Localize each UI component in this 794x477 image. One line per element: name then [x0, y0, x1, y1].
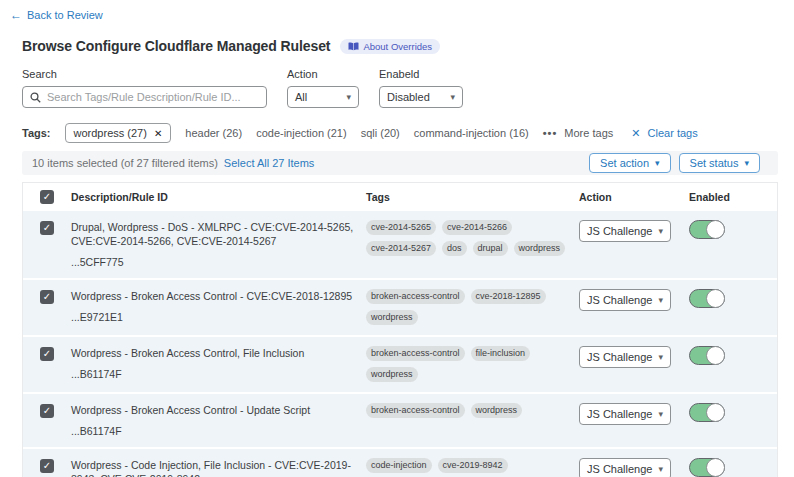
action-filter-select[interactable]: All ▾ [287, 86, 359, 108]
toggle-knob [706, 346, 725, 365]
checkbox-cell: ✓ [23, 458, 71, 477]
rule-tag-pill: wordpress [514, 241, 566, 256]
enabled-filter: Enabeld Disabled ▾ [379, 68, 463, 108]
rule-tag-pill: cve-2014-5265 [366, 220, 436, 235]
enabled-cell [689, 403, 779, 437]
chevron-down-icon: ▾ [744, 159, 749, 168]
rule-id: ...5CFF775 [71, 256, 361, 268]
select-all-link[interactable]: Select All 27 Items [224, 157, 315, 169]
action-select[interactable]: JS Challenge▾ [579, 346, 671, 368]
enabled-cell [689, 289, 779, 325]
description-cell: Wordpress - Broken Access Control, File … [71, 346, 366, 382]
rule-tag-pill: broken-access-control [366, 289, 465, 304]
rule-tag-pill: cve-2019-8942 [438, 458, 508, 473]
rule-description: Drupal, Wordpress - DoS - XMLRPC - CVE:C… [71, 220, 361, 248]
action-value: JS Challenge [587, 351, 652, 363]
action-select[interactable]: JS Challenge▾ [579, 403, 671, 425]
selection-summary: 10 items selected (of 27 filtered items) [32, 157, 218, 169]
rule-id: ...B61174F [71, 368, 361, 380]
search-input[interactable] [47, 91, 259, 103]
search-label: Search [22, 68, 267, 80]
rules-table: ✓ Description/Rule ID Tags Action Enable… [22, 182, 778, 477]
enabled-toggle[interactable] [689, 403, 725, 422]
rule-tag-pill: wordpress [366, 367, 418, 382]
chevron-down-icon: ▾ [658, 353, 663, 362]
title-row: Browse Configure Cloudflare Managed Rule… [22, 38, 794, 54]
table-row: ✓Wordpress - Broken Access Control, File… [23, 337, 777, 392]
tags-bar: Tags: wordpress (27) ✕ header (26)code-i… [22, 123, 794, 143]
rule-tag-pill: wordpress [366, 310, 418, 325]
more-tags-label: More tags [564, 127, 613, 139]
search-filter: Search [22, 68, 267, 108]
checkbox-cell: ✓ [23, 289, 71, 325]
row-checkbox[interactable]: ✓ [40, 290, 54, 304]
clear-tags-button[interactable]: ✕ Clear tags [631, 127, 697, 140]
table-row: ✓Wordpress - Code Injection, File Inclus… [23, 449, 777, 477]
rule-tag-pill: cve-2014-5267 [366, 241, 436, 256]
action-cell: JS Challenge▾ [579, 458, 689, 477]
action-label: Action [287, 68, 359, 80]
back-link-label: Back to Review [27, 9, 103, 21]
tag-filter[interactable]: code-injection (21) [256, 127, 347, 139]
table-row: ✓Drupal, Wordpress - DoS - XMLRPC - CVE:… [23, 211, 777, 278]
rule-tag-pill: cve-2014-5266 [442, 220, 512, 235]
rule-tag-pill: code-injection [366, 458, 432, 473]
toggle-knob [706, 458, 725, 477]
selected-tag-chip[interactable]: wordpress (27) ✕ [65, 123, 172, 143]
action-cell: JS Challenge▾ [579, 289, 689, 325]
selection-bar: 10 items selected (of 27 filtered items)… [22, 151, 778, 175]
tag-filter[interactable]: sqli (20) [361, 127, 400, 139]
action-select[interactable]: JS Challenge▾ [579, 289, 671, 311]
rule-description: Wordpress - Broken Access Control - Upda… [71, 403, 361, 417]
set-status-label: Set status [690, 157, 739, 169]
rule-description: Wordpress - Broken Access Control, File … [71, 346, 361, 360]
tag-filter[interactable]: header (26) [185, 127, 242, 139]
remove-tag-icon[interactable]: ✕ [154, 128, 162, 139]
checkbox-cell: ✓ [23, 220, 71, 268]
description-cell: Wordpress - Broken Access Control - Upda… [71, 403, 366, 437]
tags-cell: broken-access-controlfile-inclusionwordp… [366, 346, 579, 382]
description-cell: Wordpress - Broken Access Control - CVE:… [71, 289, 366, 325]
enabled-filter-select[interactable]: Disabled ▾ [379, 86, 463, 108]
action-select[interactable]: JS Challenge▾ [579, 458, 671, 477]
rule-tag-pill: broken-access-control [366, 346, 465, 361]
more-tags-button[interactable]: ••• More tags [543, 127, 614, 139]
rule-tag-pill: wordpress [471, 403, 523, 418]
row-checkbox[interactable]: ✓ [40, 221, 54, 235]
enabled-toggle[interactable] [689, 289, 725, 308]
row-checkbox[interactable]: ✓ [40, 347, 54, 361]
rule-tag-pill: dos [442, 241, 467, 256]
enabled-toggle[interactable] [689, 220, 725, 239]
column-header-tags: Tags [366, 191, 579, 203]
chevron-down-icon: ▾ [658, 227, 663, 236]
action-filter: Action All ▾ [287, 68, 359, 108]
chevron-down-icon: ▾ [658, 465, 663, 474]
rule-tag-pill: broken-access-control [366, 403, 465, 418]
action-cell: JS Challenge▾ [579, 346, 689, 382]
enabled-cell [689, 458, 779, 477]
select-all-checkbox[interactable]: ✓ [40, 190, 54, 204]
filters-row: Search Action All ▾ Enabeld Disabled ▾ [22, 68, 794, 108]
selected-tag-label: wordpress (27) [74, 127, 147, 139]
set-action-button[interactable]: Set action ▾ [589, 153, 670, 173]
action-select[interactable]: JS Challenge▾ [579, 220, 671, 242]
back-arrow-icon: ← [10, 9, 22, 21]
enabled-toggle[interactable] [689, 458, 725, 477]
row-checkbox[interactable]: ✓ [40, 404, 54, 418]
tag-filter[interactable]: command-injection (16) [414, 127, 529, 139]
enabled-cell [689, 220, 779, 268]
row-checkbox[interactable]: ✓ [40, 459, 54, 473]
chevron-down-icon: ▾ [346, 93, 351, 102]
set-status-button[interactable]: Set status ▾ [679, 153, 760, 173]
description-cell: Drupal, Wordpress - DoS - XMLRPC - CVE:C… [71, 220, 366, 268]
search-box [22, 86, 267, 108]
about-overrides-badge[interactable]: About Overrides [340, 39, 440, 54]
enabled-toggle[interactable] [689, 346, 725, 365]
ellipsis-icon: ••• [543, 127, 558, 139]
checkbox-cell: ✓ [23, 403, 71, 437]
column-header-action: Action [579, 191, 689, 203]
action-filter-value: All [295, 91, 307, 103]
back-link[interactable]: ← Back to Review [10, 9, 103, 21]
clear-tags-label: Clear tags [648, 127, 698, 139]
rule-tag-pill: file-inclusion [471, 346, 531, 361]
